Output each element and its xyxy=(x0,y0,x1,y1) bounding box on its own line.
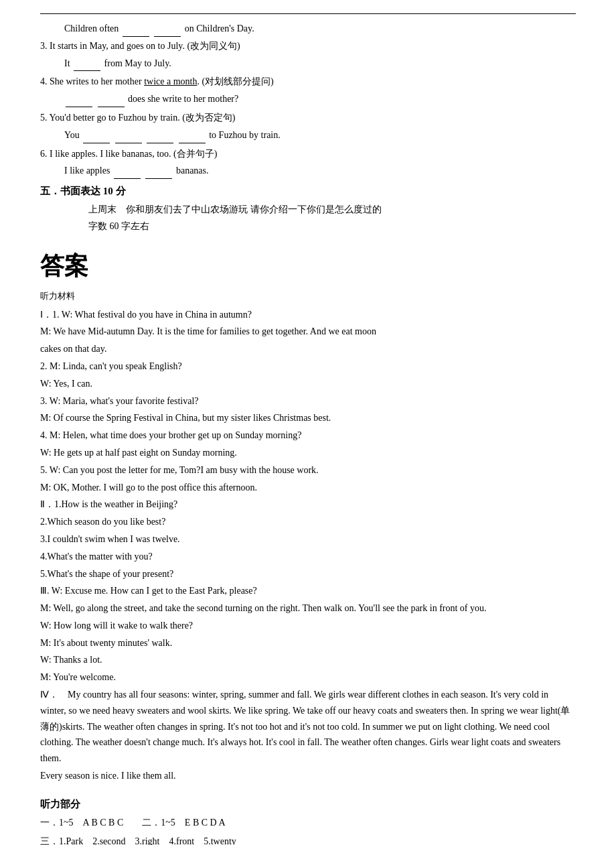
blank-2 xyxy=(154,26,181,37)
dialog-II-line-4: 4.What's the matter with you? xyxy=(40,549,576,565)
blank-5a xyxy=(83,133,110,143)
dialog-I-line-7: M: Of course the Spring Festival in Chin… xyxy=(40,410,576,426)
top-border xyxy=(40,13,576,14)
listen-row-1: 一．1~5 A B C B C 二．1~5 E B C D A xyxy=(40,814,576,832)
question-5: 5. You'd better go to Fuzhou by train. (… xyxy=(40,110,576,143)
dialog-IV-line-1: Ⅳ． My country has all four seasons: wint… xyxy=(40,687,576,767)
blank-6a xyxy=(114,168,141,179)
blank-5c xyxy=(147,133,173,143)
dialog-I-line-4: 2. M: Linda, can't you speak English? xyxy=(40,359,576,375)
section-5: 五．书面表达 10 分 上周末 你和朋友们去了中山农场游玩 请你介绍一下你们是怎… xyxy=(40,183,576,235)
blank-5b xyxy=(115,133,142,143)
dialog-I-line-3: cakes on that day. xyxy=(40,341,576,357)
answers-section: 听力部分 一．1~5 A B C B C 二．1~5 E B C D A 三．1… xyxy=(40,796,576,845)
listen-section-title: 听力部分 xyxy=(40,796,576,814)
question-3: 3. It starts in May, and goes on to July… xyxy=(40,38,576,72)
section5-label: 五． xyxy=(40,186,60,196)
question-6: 6. I like apples. I like bananas, too. (… xyxy=(40,146,576,180)
question-4: 4. She writes to her mother twice a mont… xyxy=(40,74,576,107)
answer-title: 答案 xyxy=(40,245,576,286)
dialog-III-line-2: M: Well, go along the street, and take t… xyxy=(40,600,576,616)
dialog-I-line-9: W: He gets up at half past eight on Sund… xyxy=(40,445,576,461)
dialog-I-line-5: W: Yes, I can. xyxy=(40,376,576,392)
dialog-II-line-1: Ⅱ．1.How is the weather in Beijing? xyxy=(40,497,576,513)
dialog-II-line-2: 2.Which season do you like best? xyxy=(40,514,576,530)
blank-1 xyxy=(123,26,149,37)
dialog-III-line-1: Ⅲ. W: Excuse me. How can I get to the Ea… xyxy=(40,583,576,599)
dialog-I-line-2: M: We have Mid-autumn Day. It is the tim… xyxy=(40,324,576,340)
underline-twice-a-month: twice a month xyxy=(144,76,197,86)
dialog-I-line-6: 3. W: Maria, what's your favorite festiv… xyxy=(40,393,576,409)
listen-answers: 一．1~5 A B C B C 二．1~5 E B C D A 三．1.Park… xyxy=(40,814,576,845)
dialog-III-line-6: M: You're welcome. xyxy=(40,669,576,686)
dialog-II-line-3: 3.I couldn't swim when I was twelve. xyxy=(40,531,576,547)
blank-4b xyxy=(98,96,125,107)
dialog-III-line-3: W: How long will it wake to walk there? xyxy=(40,618,576,634)
section5-desc1: 上周末 你和朋友们去了中山农场游玩 请你介绍一下你们是怎么度过的 xyxy=(40,202,576,218)
dialog-IV-line-2: Every season is nice. I like them all. xyxy=(40,768,576,784)
dialog-I-line-8: 4. M: Helen, what time does your brother… xyxy=(40,428,576,444)
dialog-III-line-4: M: It's about twenty minutes' walk. xyxy=(40,635,576,651)
dialog-I-line-11: M: OK, Mother. I will go to the post off… xyxy=(40,480,576,496)
blank-5d xyxy=(179,133,206,143)
question-children: Children often on Children's Day. xyxy=(40,21,576,37)
listen-dialogs: Ⅰ．1. W: What festival do you have in Chi… xyxy=(40,307,576,784)
listen-material-label: 听力材料 xyxy=(40,289,576,304)
dialog-II-line-5: 5.What's the shape of your present? xyxy=(40,566,576,582)
dialog-I-line-10: 5. W: Can you post the letter for me, To… xyxy=(40,462,576,478)
section5-title: 书面表达 10 分 xyxy=(60,186,126,196)
blank-6b xyxy=(145,168,172,179)
blank-4a xyxy=(66,96,92,107)
listen-row-2: 三．1.Park 2.second 3.right 4.front 5.twen… xyxy=(40,833,576,845)
blank-3 xyxy=(74,60,100,71)
dialog-III-line-5: W: Thanks a lot. xyxy=(40,652,576,668)
dialog-I-line-1: Ⅰ．1. W: What festival do you have in Chi… xyxy=(40,307,576,323)
section5-desc2: 字数 60 字左右 xyxy=(40,218,576,235)
